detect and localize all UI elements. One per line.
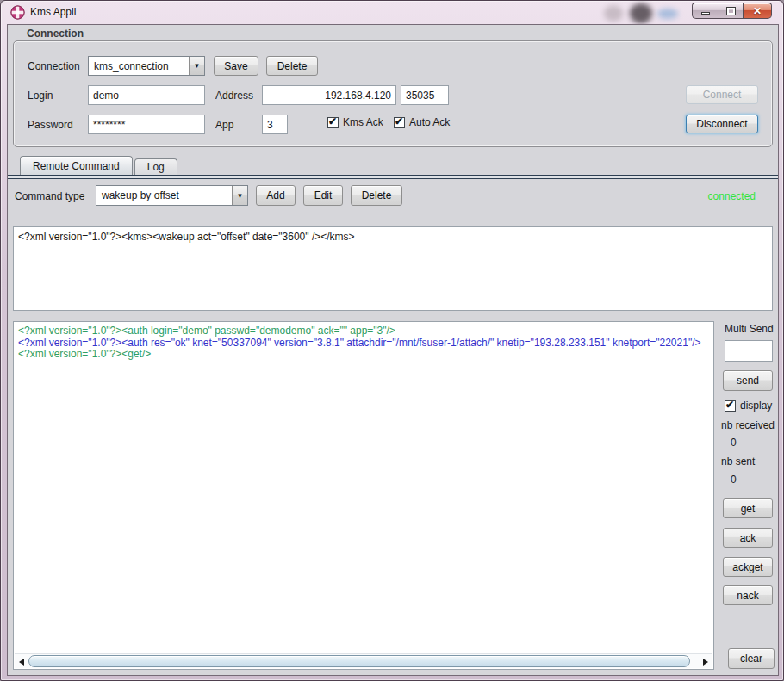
app-window: Kms Appli ✕ Connection Connection kms_co…: [0, 0, 784, 681]
tab-remote-command[interactable]: Remote Command: [20, 156, 133, 175]
response-log-pane[interactable]: <?xml version="1.0"?><auth login="demo" …: [13, 321, 714, 670]
connection-combobox[interactable]: kms_connection ▼: [88, 56, 205, 76]
delete-command-button[interactable]: Delete: [351, 185, 402, 206]
window-controls: ✕: [692, 3, 772, 19]
close-button[interactable]: ✕: [744, 3, 772, 19]
auto-ack-label: Auto Ack: [409, 116, 450, 128]
maximize-button[interactable]: [719, 3, 744, 19]
connection-combobox-arrow[interactable]: ▼: [189, 57, 204, 75]
login-label: Login: [28, 90, 53, 102]
scrollbar-thumb[interactable]: [28, 655, 690, 667]
kms-ack-label: Kms Ack: [343, 116, 383, 128]
window-title: Kms Appli: [30, 1, 76, 23]
scroll-left-button[interactable]: [15, 654, 28, 669]
client-area: Connection Connection kms_connection ▼ S…: [8, 25, 778, 675]
checkbox-icon: [725, 400, 736, 412]
tabpane-border: [8, 175, 778, 179]
connection-groupbox: Connection kms_connection ▼ Save Delete …: [13, 40, 773, 147]
maximize-icon: [727, 8, 735, 15]
multi-send-label: Multi Send: [725, 323, 774, 335]
save-button[interactable]: Save: [214, 56, 258, 76]
password-field[interactable]: ********: [88, 115, 205, 134]
connection-status: connected: [708, 190, 756, 202]
login-field[interactable]: demo: [88, 85, 205, 105]
add-command-button[interactable]: Add: [256, 185, 296, 206]
multi-send-field[interactable]: [725, 340, 773, 362]
minimize-icon: [701, 12, 710, 15]
chevron-down-icon: ▼: [194, 62, 201, 70]
address-field[interactable]: 192.168.4.120: [262, 85, 396, 105]
arrow-left-icon: [19, 659, 24, 666]
nb-received-label: nb received: [721, 419, 775, 431]
arrow-right-icon: [703, 659, 708, 666]
titlebar[interactable]: Kms Appli ✕: [1, 1, 783, 25]
log-line: <?xml version="1.0"?><get/>: [18, 349, 709, 361]
minimize-button[interactable]: [692, 3, 719, 19]
password-label: Password: [28, 119, 73, 131]
ack-button[interactable]: ack: [723, 528, 773, 548]
delete-connection-button[interactable]: Delete: [266, 56, 318, 76]
display-checkbox[interactable]: display: [725, 399, 772, 412]
log-line: <?xml version="1.0"?><auth login="demo" …: [18, 325, 709, 337]
connection-group-title: Connection: [27, 28, 84, 40]
ackget-button[interactable]: ackget: [723, 557, 773, 577]
address-label: Address: [215, 90, 253, 102]
clear-button[interactable]: clear: [728, 648, 775, 669]
scroll-right-button[interactable]: [699, 654, 712, 669]
disconnect-button[interactable]: Disconnect: [686, 115, 758, 133]
nb-sent-label: nb sent: [721, 455, 755, 467]
send-button[interactable]: send: [723, 370, 773, 391]
close-icon: ✕: [753, 6, 762, 16]
display-label: display: [740, 399, 772, 412]
command-type-combobox[interactable]: wakeup by offset ▼: [96, 185, 248, 206]
app-icon: [10, 5, 25, 20]
tab-bar: Remote Command Log: [20, 156, 177, 175]
connect-button[interactable]: Connect: [686, 85, 758, 104]
command-type-combobox-value: wakeup by offset: [96, 186, 232, 205]
horizontal-scrollbar[interactable]: [15, 653, 712, 668]
checkbox-icon: [327, 117, 339, 128]
log-line: <?xml version="1.0"?><auth res="ok" knet…: [18, 337, 709, 350]
nack-button[interactable]: nack: [723, 585, 773, 605]
chevron-down-icon: ▼: [237, 192, 244, 200]
nb-received-value: 0: [731, 436, 737, 449]
glass-blur-blob: [604, 5, 623, 22]
command-xml-editor[interactable]: <?xml version="1.0"?><kms><wakeup act="o…: [13, 226, 773, 311]
checkbox-icon: [394, 117, 405, 128]
port-field[interactable]: 35035: [401, 85, 449, 105]
command-xml-text: <?xml version="1.0"?><kms><wakeup act="o…: [18, 231, 768, 243]
auto-ack-checkbox[interactable]: Auto Ack: [394, 116, 450, 128]
nb-sent-value: 0: [731, 474, 737, 486]
command-type-label: Command type: [15, 190, 84, 202]
connection-label: Connection: [28, 60, 80, 72]
edit-command-button[interactable]: Edit: [303, 185, 343, 206]
app-label: App: [215, 119, 233, 131]
app-field[interactable]: 3: [262, 115, 288, 134]
glass-blur-blob: [657, 9, 678, 19]
send-sidebar: Multi Send send display nb received 0 nb…: [721, 321, 778, 675]
kms-ack-checkbox[interactable]: Kms Ack: [327, 116, 383, 128]
tab-log[interactable]: Log: [134, 158, 177, 175]
get-button[interactable]: get: [723, 498, 773, 518]
connection-combobox-value: kms_connection: [89, 57, 189, 75]
glass-blur-blob: [630, 3, 652, 23]
command-type-combobox-arrow[interactable]: ▼: [232, 186, 247, 205]
